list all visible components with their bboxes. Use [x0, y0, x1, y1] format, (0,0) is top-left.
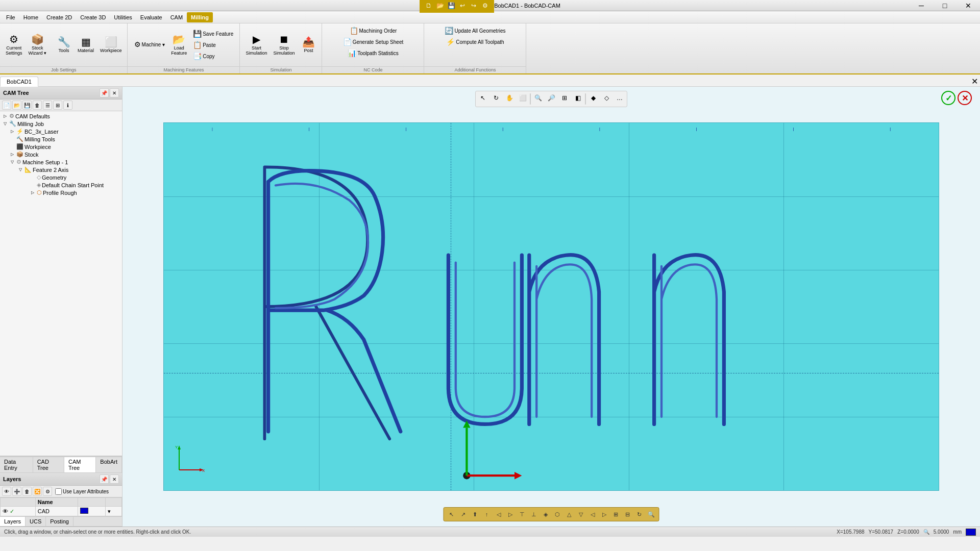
cam-tree-info[interactable]: ℹ [63, 101, 72, 110]
cam-tree-delete[interactable]: 🗑 [33, 101, 42, 110]
qa-undo[interactable]: ↩ [457, 1, 468, 11]
view-btn-6[interactable]: ▷ [505, 509, 516, 520]
layers-close[interactable]: ✕ [110, 474, 119, 484]
view-btn-11[interactable]: △ [564, 509, 575, 520]
tab-layers[interactable]: Layers [0, 517, 26, 526]
fit-tool[interactable]: ⊞ [558, 92, 571, 104]
ribbon-update-geom[interactable]: 🔄 Update All Geometries [442, 26, 508, 36]
frame-tool[interactable]: ⬜ [517, 92, 529, 104]
view-btn-8[interactable]: ⊥ [528, 509, 540, 520]
cam-tree-save[interactable]: 💾 [22, 101, 32, 110]
cam-tree-list[interactable]: ☰ [43, 101, 52, 110]
close-button[interactable]: ✕ [957, 0, 980, 11]
layers-pin[interactable]: 📌 [100, 474, 109, 484]
tree-stock[interactable]: ▷ 📦 Stock [1, 151, 121, 158]
menu-create3d[interactable]: Create 3D [76, 12, 110, 22]
tab-posting[interactable]: Posting [46, 517, 74, 526]
tree-feature-2axis[interactable]: ▽ 📐 Feature 2 Axis [1, 166, 121, 173]
view-btn-1[interactable]: ↖ [446, 509, 457, 520]
view-btn-4[interactable]: ↑ [481, 509, 493, 520]
tree-workpiece[interactable]: ⬛ Workpiece [1, 143, 121, 151]
view-btn-3[interactable]: ⬆ [470, 509, 481, 520]
qa-redo[interactable]: ↪ [469, 1, 479, 11]
tab-bobart[interactable]: BobArt [96, 457, 122, 472]
qa-open[interactable]: 📂 [435, 1, 445, 11]
ribbon-machining-order[interactable]: 📋 Machining Order [347, 26, 400, 36]
ribbon-compute-toolpath[interactable]: ⚡ Compute All Toolpath [444, 37, 506, 47]
ribbon-generate-setup[interactable]: 📄 Generate Setup Sheet [340, 37, 406, 47]
ribbon-machine-btn[interactable]: ⚙ Machine ▾ [132, 39, 168, 49]
menu-evaluate[interactable]: Evaluate [136, 12, 166, 22]
layer-color-cell[interactable] [78, 507, 106, 516]
tab-bobcad1[interactable]: BobCAD1 [0, 77, 38, 87]
layer-settings[interactable]: ⚙ [43, 487, 52, 496]
view-btn-12[interactable]: ▽ [575, 509, 586, 520]
cam-tree-new[interactable]: 📄 [2, 101, 11, 110]
cam-tree-close[interactable]: ✕ [110, 88, 119, 97]
confirm-check-button[interactable]: ✓ [941, 91, 955, 105]
menu-file[interactable]: File [2, 12, 19, 22]
view-btn-17[interactable]: ↻ [634, 509, 645, 520]
maximize-button[interactable]: □ [933, 0, 957, 11]
tab-cam-tree-bottom[interactable]: CAM Tree [64, 457, 96, 472]
ribbon-material[interactable]: ▦ Material [75, 35, 96, 55]
qa-settings[interactable]: ⚙ [480, 1, 490, 11]
ribbon-tools[interactable]: 🔧 Tools [54, 35, 74, 55]
ribbon-stop-sim[interactable]: ⏹ StopSimulation [271, 33, 297, 57]
ribbon-start-sim[interactable]: ▶ StartSimulation [243, 33, 270, 57]
layer-new[interactable]: 👁 [2, 487, 11, 496]
pan-tool[interactable]: ✋ [503, 92, 516, 104]
tab-cad-tree[interactable]: CAD Tree [33, 457, 64, 472]
view-btn-9[interactable]: ◈ [540, 509, 551, 520]
menu-utilities[interactable]: Utilities [110, 12, 136, 22]
ribbon-current-settings[interactable]: ⚙ CurrentSettings [3, 33, 25, 57]
ribbon-copy[interactable]: 📑 Copy [190, 51, 236, 61]
tab-ucs[interactable]: UCS [26, 517, 46, 526]
tree-profile-rough[interactable]: ▷ ⬡ Profile Rough [1, 189, 121, 196]
ribbon-post[interactable]: 📤 Post [298, 35, 318, 55]
view-btn-15[interactable]: ⊞ [610, 509, 622, 520]
zoom-in-tool[interactable]: 🔍 [532, 92, 544, 104]
shading-tool[interactable]: ◆ [587, 92, 599, 104]
ribbon-stock-wizard[interactable]: 📦 StockWizard ▾ [26, 33, 50, 57]
tree-geometry[interactable]: ◇ Geometry [1, 173, 121, 181]
select-tool[interactable]: ↖ [477, 92, 489, 104]
view-3d-tool[interactable]: ◧ [572, 92, 584, 104]
ribbon-toolpath-stats[interactable]: 📊 Toolpath Statistics [345, 48, 401, 58]
menu-create2d[interactable]: Create 2D [42, 12, 76, 22]
layer-color-swatch[interactable] [80, 508, 88, 514]
menu-home[interactable]: Home [19, 12, 42, 22]
layer-delete[interactable]: 🗑 [22, 487, 32, 496]
view-btn-10[interactable]: ⬡ [552, 509, 563, 520]
tree-machine-setup[interactable]: ▽ ⚙ Machine Setup - 1 [1, 158, 121, 166]
cam-tree-grid[interactable]: ⊞ [53, 101, 62, 110]
qa-new[interactable]: 🗋 [424, 1, 434, 11]
wireframe-tool[interactable]: ◇ [600, 92, 612, 104]
view-btn-13[interactable]: ◁ [587, 509, 598, 520]
confirm-x-button[interactable]: ✕ [958, 91, 972, 105]
layer-dropdown-cell[interactable]: ▾ [105, 507, 121, 516]
layer-eye-icon[interactable]: 👁 [3, 508, 8, 514]
view-btn-16[interactable]: ⊟ [622, 509, 633, 520]
menu-milling[interactable]: Milling [187, 12, 213, 22]
layer-merge[interactable]: 🔀 [33, 487, 42, 496]
view-btn-2[interactable]: ↗ [458, 509, 469, 520]
view-btn-5[interactable]: ◁ [493, 509, 504, 520]
tree-milling-job[interactable]: ▽ 🔧 Milling Job [1, 120, 121, 128]
tree-cam-defaults[interactable]: ▷ ⚙ CAM Defaults [1, 112, 121, 120]
view-btn-18[interactable]: 🔍 [646, 509, 657, 520]
view-btn-14[interactable]: ▷ [599, 509, 610, 520]
rotate-tool[interactable]: ↻ [490, 92, 502, 104]
menu-cam[interactable]: CAM [166, 12, 187, 22]
cam-tree-open[interactable]: 📂 [12, 101, 21, 110]
more-tool[interactable]: … [614, 92, 626, 104]
use-layer-attrs-checkbox[interactable] [55, 488, 62, 495]
tab-data-entry[interactable]: Data Entry [0, 457, 33, 472]
minimize-button[interactable]: ─ [910, 0, 933, 11]
tree-chain-start[interactable]: ◈ Default Chain Start Point [1, 181, 121, 189]
view-btn-7[interactable]: ⊤ [517, 509, 528, 520]
layer-add[interactable]: ➕ [12, 487, 21, 496]
tree-bc3x-laser[interactable]: ▷ ⚡ BC_3x_Laser [1, 128, 121, 135]
layer-name-cell[interactable]: CAD [35, 507, 78, 516]
ribbon-load-feature[interactable]: 📂 LoadFeature [168, 33, 189, 57]
